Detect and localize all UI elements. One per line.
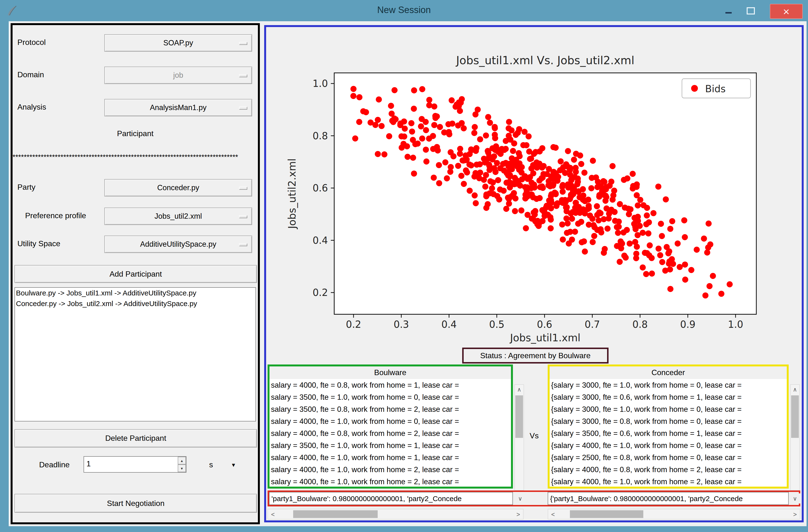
scroll-up-icon[interactable]: ∧: [515, 385, 524, 394]
preference-profile-dropdown[interactable]: Jobs_util2.xml: [104, 208, 252, 225]
bid-point: [635, 218, 641, 224]
scroll-right-icon[interactable]: >: [513, 509, 523, 519]
bid-point: [647, 242, 653, 248]
utility-space-value: AdditiveUtilitySpace.py: [105, 240, 252, 249]
boulware-result-entry[interactable]: 'party1_Boulware': 0.9800000000000001, '…: [269, 492, 513, 505]
bid-point: [532, 162, 538, 168]
bid-point: [669, 218, 675, 224]
analysis-dropdown[interactable]: AnalysisMan1.py: [104, 99, 252, 116]
participants-listbox[interactable]: Boulware.py -> Jobs_util1.xml -> Additiv…: [15, 287, 256, 421]
bid-row[interactable]: salary = 4000, fte = 1.0, work from home…: [270, 476, 511, 487]
bid-point: [600, 178, 606, 184]
bid-point: [441, 129, 447, 135]
scroll-down-button[interactable]: ∨: [515, 493, 526, 504]
scroll-left-icon[interactable]: <: [268, 509, 278, 519]
bid-point: [433, 115, 439, 121]
bid-row[interactable]: salary = 4000, fte = 1.0, work from home…: [270, 415, 511, 427]
bid-point: [568, 210, 574, 216]
bid-point: [655, 184, 661, 189]
bid-point: [659, 259, 665, 265]
bid-row[interactable]: {salary = 4000, fte = 0.8, work from hom…: [550, 463, 787, 476]
bid-point: [658, 221, 664, 227]
boulware-bid-list[interactable]: salary = 4000, fte = 0.8, work from home…: [270, 379, 511, 487]
bid-row[interactable]: salary = 3500, fte = 1.0, work from home…: [270, 439, 511, 451]
minimize-icon: [725, 12, 732, 14]
conceder-vertical-scrollbar[interactable]: ∧: [790, 384, 800, 491]
svg-text:1.0: 1.0: [312, 78, 328, 89]
scrollbar-thumb[interactable]: [570, 510, 643, 518]
delete-participant-button[interactable]: Delete Participant: [15, 429, 257, 448]
add-participant-button[interactable]: Add Participant: [15, 265, 257, 283]
spin-up-button[interactable]: ▲: [178, 457, 186, 464]
bid-row[interactable]: {salary = 2500, fte = 0.8, work from hom…: [550, 451, 787, 463]
domain-dropdown[interactable]: job: [104, 66, 252, 84]
party-dropdown[interactable]: Conceder.py: [104, 179, 252, 196]
conceder-bid-list[interactable]: {salary = 3000, fte = 1.0, work from hom…: [550, 379, 787, 487]
bid-point: [632, 224, 638, 230]
bid-point: [590, 239, 596, 245]
conceder-header: Conceder: [550, 366, 787, 379]
minimize-button[interactable]: [718, 4, 738, 18]
bid-row[interactable]: salary = 4000, fte = 1.0, work from home…: [270, 463, 511, 476]
bid-point: [589, 175, 595, 181]
bid-point: [461, 181, 467, 187]
bid-point: [376, 97, 382, 102]
bid-point: [423, 127, 429, 133]
bid-row[interactable]: salary = 3500, fte = 1.0, work from home…: [270, 391, 511, 403]
utility-space-dropdown[interactable]: AdditiveUtilitySpace.py: [104, 235, 252, 253]
close-button[interactable]: ×: [770, 4, 803, 19]
bid-point: [523, 142, 529, 148]
protocol-dropdown[interactable]: SOAP.py: [104, 34, 252, 52]
conceder-horizontal-scrollbar[interactable]: < >: [548, 509, 800, 519]
maximize-button[interactable]: [740, 4, 761, 18]
bid-point: [356, 119, 362, 125]
scroll-down-button[interactable]: ∨: [790, 493, 800, 504]
bid-point: [588, 185, 594, 191]
spin-down-button[interactable]: ▼: [178, 464, 186, 472]
bid-point: [682, 261, 688, 267]
bid-point: [472, 192, 478, 198]
scroll-left-icon[interactable]: <: [548, 509, 558, 519]
bid-point: [444, 175, 450, 181]
bid-point: [445, 121, 451, 127]
deadline-spinbox[interactable]: 1 ▲ ▼: [84, 456, 186, 473]
bid-row[interactable]: {salary = 3000, fte = 1.0, work from hom…: [550, 379, 787, 391]
bid-point: [632, 239, 638, 245]
bid-point: [727, 281, 733, 287]
bid-row[interactable]: {salary = 3500, fte = 0.6, work from hom…: [550, 427, 787, 439]
bid-point: [560, 182, 566, 188]
bid-point: [609, 196, 616, 203]
bid-row[interactable]: {salary = 4000, fte = 1.0, work from hom…: [550, 476, 787, 487]
boulware-horizontal-scrollbar[interactable]: < >: [268, 509, 524, 519]
bid-row[interactable]: salary = 4000, fte = 0.8, work from home…: [270, 379, 511, 391]
bid-point: [404, 144, 410, 149]
bid-row[interactable]: salary = 4000, fte = 0.8, work from home…: [270, 427, 511, 439]
boulware-vertical-scrollbar[interactable]: ∧: [514, 384, 524, 491]
bid-row[interactable]: {salary = 4000, fte = 1.0, work from hom…: [550, 439, 787, 451]
bid-row[interactable]: salary = 4000, fte = 1.0, work from home…: [270, 451, 511, 463]
bid-point: [594, 203, 600, 209]
participant-row[interactable]: Conceder.py -> Jobs_util2.xml -> Additiv…: [15, 298, 256, 309]
conceder-result-entry[interactable]: {'party1_Boulware': 0.9800000000000001, …: [548, 492, 789, 505]
bid-row[interactable]: {salary = 3000, fte = 0.8, work from hom…: [550, 415, 787, 427]
bid-row[interactable]: {salary = 3000, fte = 1.0, work from hom…: [550, 403, 787, 415]
scroll-up-icon[interactable]: ∧: [791, 385, 799, 394]
start-negotiation-button[interactable]: Start Negotiation: [15, 494, 257, 513]
scroll-right-icon[interactable]: >: [790, 509, 800, 519]
bid-point: [409, 128, 415, 134]
bid-point: [436, 180, 442, 186]
bid-row[interactable]: {salary = 3000, fte = 0.6, work from hom…: [550, 391, 787, 403]
scrollbar-thumb[interactable]: [293, 510, 378, 518]
bid-point: [399, 145, 405, 151]
bid-point: [578, 161, 584, 167]
participant-row[interactable]: Boulware.py -> Jobs_util1.xml -> Additiv…: [15, 288, 256, 298]
svg-text:0.9: 0.9: [680, 319, 696, 330]
scrollbar-thumb[interactable]: [791, 395, 799, 438]
bid-point: [431, 122, 437, 128]
bid-point: [644, 205, 650, 211]
bid-point: [477, 161, 483, 167]
titlebar[interactable]: New Session ×: [0, 0, 808, 22]
bid-row[interactable]: salary = 3500, fte = 0.8, work from home…: [270, 403, 511, 415]
deadline-unit-dropdown[interactable]: ▼: [231, 459, 236, 471]
scrollbar-thumb[interactable]: [515, 395, 523, 438]
